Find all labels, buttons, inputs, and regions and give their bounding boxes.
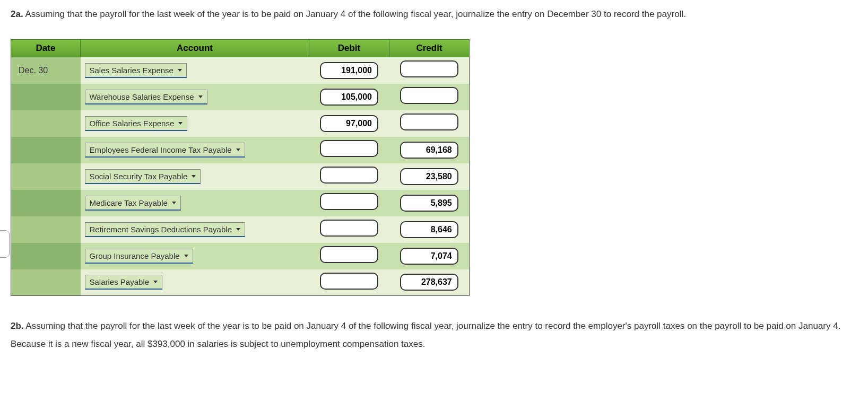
question-2b-body: Assuming that the payroll for the last w… [11, 321, 840, 349]
table-row: Office Salaries Expense97,000 [11, 110, 470, 137]
account-select-label: Group Insurance Payable [90, 251, 180, 260]
account-select-label: Sales Salaries Expense [90, 66, 173, 75]
account-select[interactable]: Office Salaries Expense [85, 116, 188, 131]
col-credit-header: Credit [389, 40, 470, 57]
credit-input[interactable] [400, 114, 458, 130]
credit-input[interactable]: 5,895 [400, 195, 458, 212]
table-row: Retirement Savings Deductions Payable8,6… [11, 216, 470, 243]
table-row: Warehouse Salaries Expense105,000 [11, 84, 470, 110]
account-select[interactable]: Employees Federal Income Tax Payable [85, 143, 245, 158]
chevron-down-icon [236, 149, 240, 151]
question-2b-label: 2b. [11, 321, 24, 331]
chevron-down-icon [192, 175, 196, 178]
debit-input[interactable] [320, 193, 378, 210]
chevron-down-icon [198, 95, 203, 98]
debit-input[interactable] [320, 140, 378, 157]
debit-input[interactable] [320, 273, 378, 290]
credit-cell [389, 84, 470, 110]
account-select-label: Salaries Payable [90, 277, 150, 286]
col-debit-header: Debit [309, 40, 389, 57]
debit-input[interactable] [320, 167, 378, 184]
account-cell: Office Salaries Expense [81, 110, 309, 137]
chevron-down-icon [184, 255, 188, 257]
table-row: Employees Federal Income Tax Payable69,1… [11, 137, 470, 163]
date-cell-empty [11, 110, 81, 137]
debit-cell [309, 216, 389, 243]
account-select[interactable]: Warehouse Salaries Expense [85, 90, 207, 104]
chevron-down-icon [153, 281, 158, 283]
chevron-down-icon [236, 228, 240, 231]
debit-input[interactable]: 191,000 [320, 62, 378, 79]
account-cell: Group Insurance Payable [81, 243, 309, 269]
account-select-label: Medicare Tax Payable [90, 198, 168, 207]
account-select[interactable]: Medicare Tax Payable [85, 196, 181, 211]
credit-cell: 7,074 [389, 243, 470, 269]
debit-cell [309, 269, 389, 296]
debit-cell [309, 190, 389, 216]
col-account-header: Account [81, 40, 309, 57]
debit-cell [309, 137, 389, 163]
table-row: Group Insurance Payable7,074 [11, 243, 470, 269]
account-cell: Warehouse Salaries Expense [81, 84, 309, 110]
debit-input[interactable]: 105,000 [320, 89, 378, 106]
debit-cell: 105,000 [309, 84, 389, 110]
credit-cell: 8,646 [389, 216, 470, 243]
credit-input[interactable] [400, 60, 458, 77]
question-2a-body: Assuming that the payroll for the last w… [25, 9, 685, 19]
credit-cell [389, 57, 470, 84]
account-select[interactable]: Retirement Savings Deductions Payable [85, 222, 245, 237]
table-row: Social Security Tax Payable23,580 [11, 163, 470, 190]
question-2a-label: 2a. [11, 9, 23, 19]
account-cell: Retirement Savings Deductions Payable [81, 216, 309, 243]
account-cell: Employees Federal Income Tax Payable [81, 137, 309, 163]
debit-input[interactable]: 97,000 [320, 115, 378, 132]
credit-input[interactable]: 8,646 [400, 221, 458, 238]
date-cell: Dec. 30 [11, 57, 81, 84]
debit-cell: 97,000 [309, 110, 389, 137]
table-row: Salaries Payable278,637 [11, 269, 470, 296]
credit-cell: 23,580 [389, 163, 470, 190]
chevron-down-icon [178, 122, 183, 125]
account-select-label: Office Salaries Expense [90, 119, 175, 128]
chevron-down-icon [178, 69, 182, 72]
debit-input[interactable] [320, 246, 378, 263]
date-cell-empty [11, 163, 81, 190]
table-row: Dec. 30Sales Salaries Expense191,000 [11, 57, 470, 84]
credit-input[interactable]: 7,074 [400, 248, 458, 265]
account-select[interactable]: Social Security Tax Payable [85, 169, 201, 184]
credit-cell [389, 110, 470, 137]
credit-input[interactable]: 278,637 [400, 274, 458, 291]
col-date-header: Date [11, 40, 81, 57]
question-2a-text: 2a. Assuming that the payroll for the la… [11, 5, 857, 23]
account-select-label: Employees Federal Income Tax Payable [90, 145, 232, 154]
account-select[interactable]: Group Insurance Payable [85, 249, 193, 264]
credit-input[interactable]: 69,168 [400, 142, 458, 159]
previous-page-button[interactable] [0, 230, 10, 258]
account-select[interactable]: Sales Salaries Expense [85, 63, 187, 78]
account-cell: Sales Salaries Expense [81, 57, 309, 84]
date-cell-empty [11, 84, 81, 110]
account-select-label: Warehouse Salaries Expense [90, 92, 194, 101]
account-select[interactable]: Salaries Payable [85, 275, 163, 290]
debit-cell [309, 243, 389, 269]
debit-cell [309, 163, 389, 190]
date-cell-empty [11, 216, 81, 243]
credit-input[interactable] [400, 87, 458, 104]
date-cell-empty [11, 269, 81, 296]
question-2b-text: 2b. Assuming that the payroll for the la… [11, 317, 857, 353]
date-cell-empty [11, 190, 81, 216]
debit-input[interactable] [320, 220, 378, 237]
journal-entry-table: Date Account Debit Credit Dec. 30Sales S… [11, 39, 470, 296]
debit-cell: 191,000 [309, 57, 389, 84]
credit-input[interactable]: 23,580 [400, 168, 458, 185]
chevron-down-icon [172, 202, 176, 204]
account-select-label: Social Security Tax Payable [90, 172, 188, 181]
account-select-label: Retirement Savings Deductions Payable [90, 225, 232, 234]
account-cell: Social Security Tax Payable [81, 163, 309, 190]
date-cell-empty [11, 243, 81, 269]
date-cell-empty [11, 137, 81, 163]
account-cell: Salaries Payable [81, 269, 309, 296]
credit-cell: 5,895 [389, 190, 470, 216]
credit-cell: 69,168 [389, 137, 470, 163]
credit-cell: 278,637 [389, 269, 470, 296]
